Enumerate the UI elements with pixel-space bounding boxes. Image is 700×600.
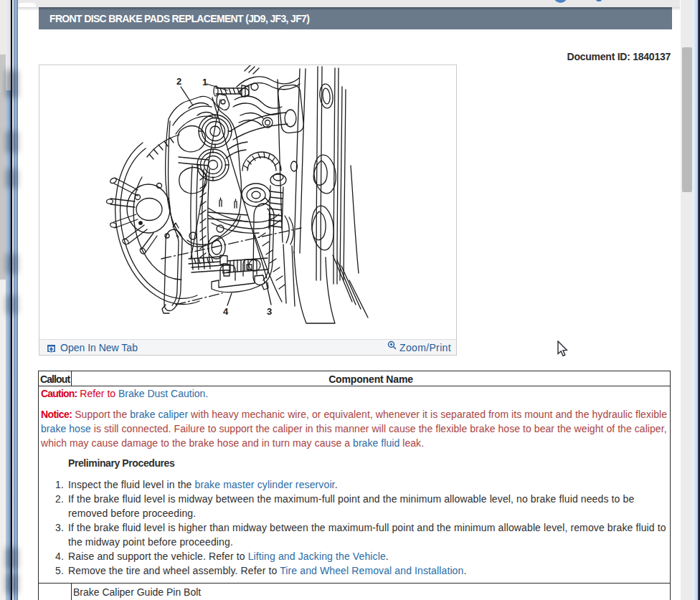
svg-text:4: 4: [223, 306, 229, 317]
svg-text:2: 2: [176, 76, 181, 87]
svg-text:3: 3: [267, 306, 272, 317]
svg-text:1: 1: [202, 77, 207, 87]
